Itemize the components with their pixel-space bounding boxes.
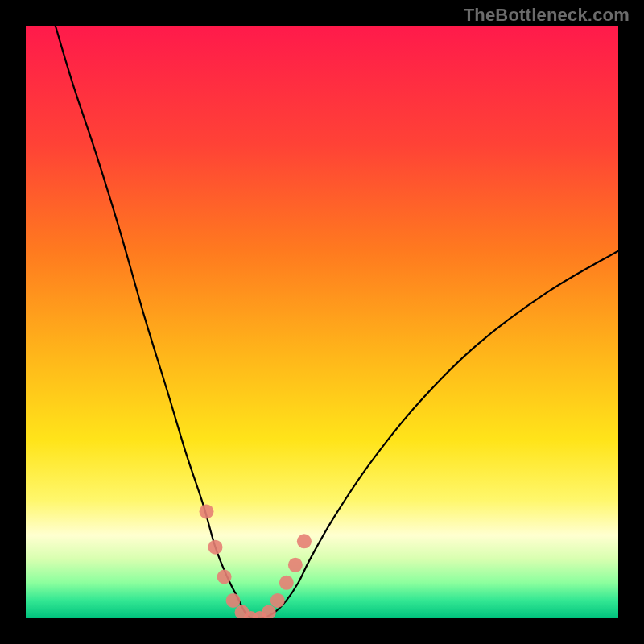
marker-dot bbox=[208, 540, 223, 555]
marker-dot bbox=[288, 558, 303, 572]
bottleneck-curve bbox=[26, 26, 618, 618]
marker-dot bbox=[226, 593, 241, 608]
chart-frame: TheBottleneck.com bbox=[0, 0, 644, 644]
marker-dot bbox=[279, 576, 294, 590]
marker-dot bbox=[262, 605, 276, 618]
watermark-text: TheBottleneck.com bbox=[464, 5, 630, 26]
marker-dot bbox=[270, 593, 285, 608]
marker-dot bbox=[217, 570, 232, 584]
plot-area bbox=[26, 26, 618, 618]
curve-path bbox=[56, 26, 618, 618]
marker-dot bbox=[200, 505, 214, 519]
marker-dot bbox=[297, 534, 312, 548]
